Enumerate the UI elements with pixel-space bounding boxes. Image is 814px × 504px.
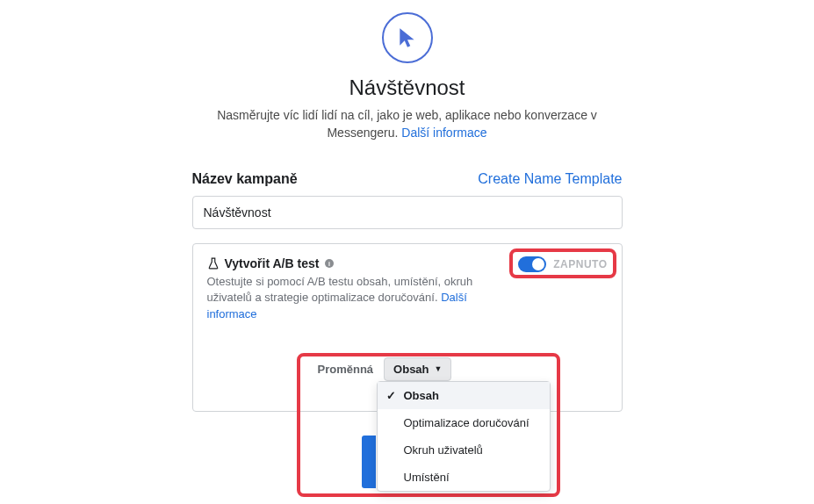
- caret-down-icon: ▼: [435, 364, 443, 373]
- variable-dropdown: Obsah Optimalizace doručování Okruh uživ…: [377, 381, 551, 492]
- dropdown-option-okruh[interactable]: Okruh uživatelů: [378, 436, 550, 464]
- toggle-switch-icon: [518, 256, 546, 272]
- abtest-desc-text: Otestujte si pomocí A/B testu obsah, umí…: [207, 275, 473, 304]
- toggle-state-label: ZAPNUTO: [553, 258, 607, 270]
- svg-text:i: i: [328, 261, 330, 267]
- cursor-icon-circle: [382, 12, 433, 63]
- cursor-icon: [396, 26, 419, 49]
- hidden-primary-button: [362, 436, 376, 488]
- dropdown-option-optimalizace[interactable]: Optimalizace doručování: [378, 409, 550, 436]
- abtest-description: Otestujte si pomocí A/B testu obsah, umí…: [207, 274, 488, 322]
- variable-select[interactable]: Obsah ▼: [384, 357, 451, 381]
- campaign-name-input[interactable]: [192, 196, 623, 229]
- create-name-template-link[interactable]: Create Name Template: [478, 171, 622, 187]
- abtest-title: Vytvořit A/B test i: [207, 256, 488, 270]
- dropdown-option-obsah[interactable]: Obsah: [378, 382, 550, 409]
- dropdown-option-umisteni[interactable]: Umístění: [378, 464, 550, 491]
- more-info-link[interactable]: Další informace: [401, 126, 486, 140]
- campaign-name-label: Název kampaně: [192, 171, 298, 187]
- variable-label: Proměnná: [318, 363, 374, 376]
- variable-selected-value: Obsah: [393, 363, 429, 376]
- abtest-toggle[interactable]: ZAPNUTO: [518, 256, 607, 272]
- abtest-title-text: Vytvořit A/B test: [225, 256, 320, 270]
- page-subtitle: Nasměrujte víc lidí lidí na cíl, jako je…: [192, 107, 623, 141]
- page-title: Návštěvnost: [192, 76, 623, 100]
- flask-icon: [207, 257, 220, 270]
- abtest-card: Vytvořit A/B test i Otestujte si pomocí …: [192, 243, 623, 412]
- info-icon[interactable]: i: [324, 258, 335, 269]
